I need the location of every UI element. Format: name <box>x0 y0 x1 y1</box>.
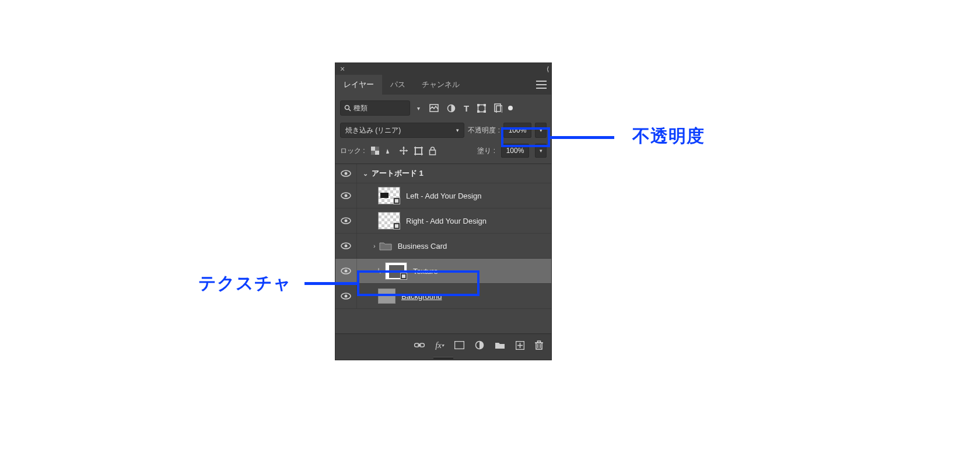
layer-mask-icon[interactable] <box>454 341 464 349</box>
visibility-toggle[interactable] <box>335 259 357 283</box>
annotation-label-opacity: 不透明度 <box>632 124 705 148</box>
close-icon[interactable]: × <box>340 65 345 73</box>
svg-point-32 <box>345 295 348 298</box>
blend-mode-select[interactable]: 焼き込み (リニア) ▾ <box>340 123 464 138</box>
panel-resize-grip[interactable] <box>335 356 551 360</box>
filter-kind-select[interactable]: 種類 <box>340 100 410 116</box>
filter-type-icons: T <box>429 103 502 113</box>
panel-menu-icon[interactable] <box>536 81 547 89</box>
fill-input[interactable]: 100% <box>501 144 529 158</box>
svg-rect-11 <box>371 147 375 151</box>
panel-tabs: レイヤー パス チャンネル <box>335 75 551 95</box>
lock-fill-row: ロック : 塗り : 100% ▾ <box>335 141 551 164</box>
panel-titlebar: × ⟨⟨ <box>335 63 551 75</box>
svg-rect-42 <box>536 343 542 349</box>
filter-toggle-icon[interactable] <box>508 106 513 110</box>
blend-opacity-row: 焼き込み (リニア) ▾ 不透明度 : 100% ▾ <box>335 120 551 141</box>
chevron-right-icon[interactable]: › <box>373 242 379 249</box>
link-layers-icon[interactable] <box>414 342 425 348</box>
layers-panel: × ⟨⟨ レイヤー パス チャンネル 種類 ▾ T <box>335 63 551 360</box>
layers-bottom-toolbar: fx▾ <box>335 333 551 356</box>
layer-row-artboard[interactable]: ⌄ アートボード 1 <box>335 164 551 183</box>
layer-row-texture[interactable]: ↳ Texture <box>335 259 551 284</box>
opacity-input[interactable]: 100% <box>503 123 531 138</box>
new-layer-icon[interactable] <box>516 341 524 350</box>
new-group-icon[interactable] <box>495 341 505 349</box>
chevron-down-icon[interactable]: ▾ <box>414 105 424 112</box>
svg-point-0 <box>345 106 349 110</box>
svg-rect-12 <box>375 151 379 155</box>
layer-name: Left - Add Your Design <box>406 192 481 200</box>
opacity-dropdown-icon[interactable]: ▾ <box>535 123 547 138</box>
filter-adjustment-icon[interactable] <box>447 104 456 113</box>
filter-shape-icon[interactable] <box>477 104 486 113</box>
lock-position-icon[interactable] <box>399 146 408 155</box>
lock-all-icon[interactable] <box>429 147 436 155</box>
layer-style-icon[interactable]: fx▾ <box>435 340 444 350</box>
chevron-down-icon[interactable]: ⌄ <box>363 170 372 178</box>
annotation-connector <box>304 282 357 285</box>
svg-rect-9 <box>495 104 501 112</box>
visibility-toggle[interactable] <box>335 164 357 183</box>
visibility-toggle[interactable] <box>335 234 357 258</box>
search-icon <box>344 105 351 112</box>
fill-dropdown-icon[interactable]: ▾ <box>535 144 547 158</box>
filter-kind-label: 種類 <box>354 103 368 113</box>
svg-point-26 <box>345 220 348 222</box>
layer-row-business-card[interactable]: › Business Card <box>335 234 551 259</box>
lock-artboard-icon[interactable] <box>414 147 423 155</box>
tab-paths[interactable]: パス <box>382 75 414 95</box>
svg-rect-8 <box>484 110 486 113</box>
blend-mode-value: 焼き込み (リニア) <box>345 126 401 135</box>
smartobject-badge-icon <box>393 222 400 230</box>
layer-row-right-design[interactable]: Right - Add Your Design <box>335 208 551 234</box>
svg-rect-46 <box>538 341 541 343</box>
clipping-mask-icon: ↳ <box>377 267 383 275</box>
adjustment-layer-icon[interactable] <box>475 340 484 350</box>
tab-layers[interactable]: レイヤー <box>335 75 382 95</box>
layer-name: Background <box>401 292 442 301</box>
layer-name: Texture <box>413 267 438 276</box>
svg-rect-5 <box>477 104 480 106</box>
layers-list: ⌄ アートボード 1 Left - Add Your Design R <box>335 164 551 333</box>
svg-rect-15 <box>415 148 422 154</box>
smartobject-badge-icon <box>400 273 407 280</box>
svg-rect-20 <box>429 150 435 155</box>
layer-name: Right - Add Your Design <box>406 217 487 225</box>
folder-icon <box>379 241 392 251</box>
layer-thumbnail[interactable] <box>378 212 400 230</box>
lock-transparent-icon[interactable] <box>371 147 379 155</box>
svg-rect-6 <box>484 104 486 106</box>
filter-pixel-icon[interactable] <box>429 104 439 112</box>
svg-rect-7 <box>477 110 480 113</box>
layer-thumbnail[interactable] <box>378 288 396 304</box>
svg-rect-14 <box>371 151 375 155</box>
svg-point-30 <box>345 270 348 273</box>
filter-smartobject-icon[interactable] <box>494 103 502 113</box>
svg-point-22 <box>345 172 348 175</box>
filter-type-layer-icon[interactable]: T <box>464 103 469 113</box>
smartobject-badge-icon <box>393 197 400 204</box>
annotation-label-texture: テクスチャ <box>198 272 292 295</box>
annotation-connector <box>550 136 614 139</box>
layer-thumbnail[interactable] <box>385 262 407 280</box>
fill-label: 塗り : <box>477 146 495 156</box>
opacity-label: 不透明度 : <box>468 126 500 135</box>
lock-image-icon[interactable] <box>385 147 393 155</box>
layer-row-left-design[interactable]: Left - Add Your Design <box>335 183 551 208</box>
lock-label: ロック : <box>340 146 365 156</box>
layer-thumbnail[interactable] <box>378 187 400 204</box>
layer-name: アートボード 1 <box>372 168 424 179</box>
layer-name: Business Card <box>398 242 447 251</box>
visibility-toggle[interactable] <box>335 208 357 233</box>
visibility-toggle[interactable] <box>335 183 357 208</box>
svg-point-37 <box>457 343 462 347</box>
visibility-toggle[interactable] <box>335 284 357 308</box>
layer-row-background[interactable]: Background <box>335 284 551 309</box>
svg-point-28 <box>345 245 348 248</box>
tab-channels[interactable]: チャンネル <box>414 75 468 95</box>
svg-line-1 <box>349 109 351 111</box>
delete-layer-icon[interactable] <box>535 340 543 350</box>
chevron-down-icon: ▾ <box>456 127 459 133</box>
svg-rect-13 <box>375 147 379 151</box>
